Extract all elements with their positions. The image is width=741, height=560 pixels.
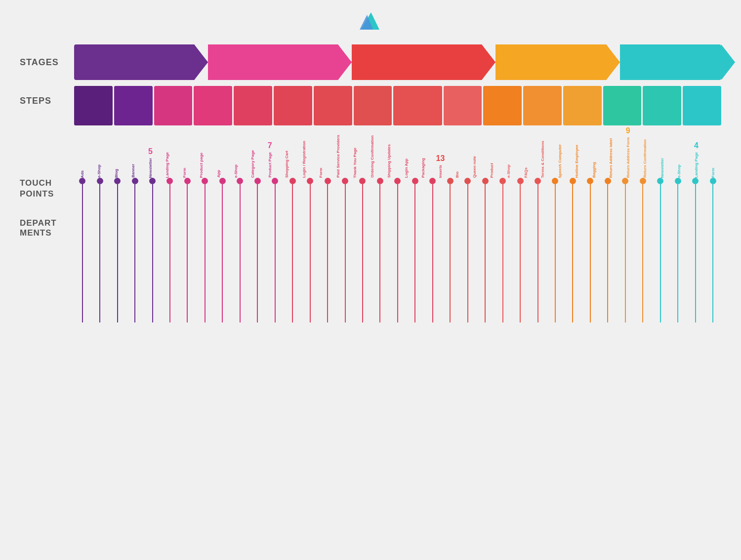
col-packaging: Packaging xyxy=(415,158,432,178)
tp-dot-col-4 xyxy=(144,178,161,322)
tp-dot-29 xyxy=(587,178,593,184)
step-11 xyxy=(523,86,562,125)
tp-dot-col-2 xyxy=(109,178,125,322)
tp-dot-32 xyxy=(640,178,646,184)
tp-line-7 xyxy=(205,184,206,322)
col-form3: Form xyxy=(705,168,722,178)
tp-dot-col-0 xyxy=(74,178,90,322)
step-1 xyxy=(114,86,153,125)
tp-line-28 xyxy=(572,184,573,322)
col-landingpage2: 4 Landing Page xyxy=(688,143,704,178)
page: STAGES xyxy=(0,0,741,337)
tp-dot-col-3 xyxy=(126,178,143,322)
tp-dot-21 xyxy=(447,178,453,184)
departments-label: DEPARTMENTS xyxy=(20,218,74,238)
col-loginapp: Login App xyxy=(398,159,414,178)
tp-dot-col-9 xyxy=(232,178,248,322)
tp-dot-8 xyxy=(219,178,226,184)
tp-dot-13 xyxy=(307,178,313,184)
tp-dot-col-26 xyxy=(530,178,546,322)
tp-dot-34 xyxy=(675,178,681,184)
tp-dot-10 xyxy=(254,178,261,184)
tp-dot-3 xyxy=(132,178,138,184)
tp-line-14 xyxy=(327,184,328,322)
col-ads: Ads xyxy=(74,170,90,178)
col-newsletter2: Newsletter xyxy=(654,158,670,178)
tp-line-31 xyxy=(625,184,626,322)
col-categorypage: Category Page xyxy=(245,150,261,178)
tp-line-36 xyxy=(712,184,713,322)
tp-dot-7 xyxy=(202,178,208,184)
steps-container xyxy=(74,86,721,125)
stage-service xyxy=(482,44,607,80)
stages-row: STAGES xyxy=(20,44,721,80)
touchpoints-label: TOUCHPOINTS xyxy=(20,133,74,200)
tp-line-0 xyxy=(82,184,83,322)
tp-dot-col-21 xyxy=(442,178,458,322)
tp-dot-6 xyxy=(184,178,191,184)
col-productpage1: Product page xyxy=(194,153,210,178)
logo-icon xyxy=(357,10,379,32)
tp-dot-col-7 xyxy=(197,178,213,322)
col-returnconfirm: Return Confirmation xyxy=(637,139,654,178)
tp-line-27 xyxy=(555,184,556,322)
tp-dot-col-8 xyxy=(214,178,231,322)
tp-dot-9 xyxy=(237,178,243,184)
col-newsletter1: 5 Newsletter xyxy=(142,149,159,178)
tp-dot-col-5 xyxy=(162,178,178,322)
tp-line-24 xyxy=(502,184,503,322)
stage-loyalty xyxy=(606,44,721,80)
col-returnaddr: Return Address label xyxy=(603,138,619,178)
col-speechcomp: Speech Computer xyxy=(552,144,568,178)
chart-section: TOUCHPOINTS DEPARTMENTS Ads e-Shop Blog xyxy=(20,133,721,322)
tp-dot-col-13 xyxy=(302,178,318,322)
tp-dot-1 xyxy=(97,178,103,184)
tp-line-29 xyxy=(590,184,591,322)
tp-dot-col-15 xyxy=(337,178,353,322)
tp-dot-col-30 xyxy=(600,178,616,322)
stages-arrows xyxy=(74,44,721,80)
left-labels: TOUCHPOINTS DEPARTMENTS xyxy=(20,133,74,322)
step-10 xyxy=(483,86,522,125)
tp-dot-22 xyxy=(464,178,471,184)
tp-dot-4 xyxy=(149,178,156,184)
tp-dot-12 xyxy=(289,178,296,184)
col-thankyou: Thank You Page xyxy=(347,148,364,178)
col-bio: Bio xyxy=(450,171,466,178)
tp-dot-col-25 xyxy=(512,178,528,322)
col-headers: Ads e-Shop Blog Banner 5 Newsletter Land… xyxy=(74,133,721,178)
tp-line-1 xyxy=(99,184,100,322)
tp-dot-col-24 xyxy=(494,178,511,322)
steps-row: STEPS xyxy=(20,86,721,125)
logo-row xyxy=(357,10,384,32)
tp-line-19 xyxy=(414,184,415,322)
tp-line-11 xyxy=(275,184,276,322)
col-psp: Paid Service Providers xyxy=(330,135,346,178)
step-8 xyxy=(393,86,442,125)
tp-dot-18 xyxy=(394,178,401,184)
step-6 xyxy=(314,86,352,125)
tp-dot-14 xyxy=(325,178,331,184)
tp-dot-col-16 xyxy=(354,178,370,322)
tp-dot-col-19 xyxy=(407,178,423,322)
tp-line-23 xyxy=(485,184,486,322)
tp-dot-2 xyxy=(114,178,121,184)
stages-label: STAGES xyxy=(20,57,74,68)
tp-dot-col-31 xyxy=(617,178,633,322)
tp-dot-5 xyxy=(166,178,173,184)
tp-line-5 xyxy=(169,184,170,322)
col-termscond: Terms & Conditions xyxy=(535,141,551,178)
tp-line-6 xyxy=(187,184,188,322)
tp-dot-col-20 xyxy=(424,178,441,322)
tp-dot-17 xyxy=(377,178,383,184)
col-banner: Banner xyxy=(125,164,142,178)
col-faqs: FAQs xyxy=(518,167,534,178)
tp-line-26 xyxy=(537,184,538,322)
step-13 xyxy=(603,86,642,125)
tp-line-9 xyxy=(240,184,241,322)
tp-dot-31 xyxy=(622,178,628,184)
col-product: Product xyxy=(484,163,500,178)
tp-dot-26 xyxy=(535,178,541,184)
tp-dot-36 xyxy=(710,178,716,184)
tp-line-20 xyxy=(432,184,433,322)
